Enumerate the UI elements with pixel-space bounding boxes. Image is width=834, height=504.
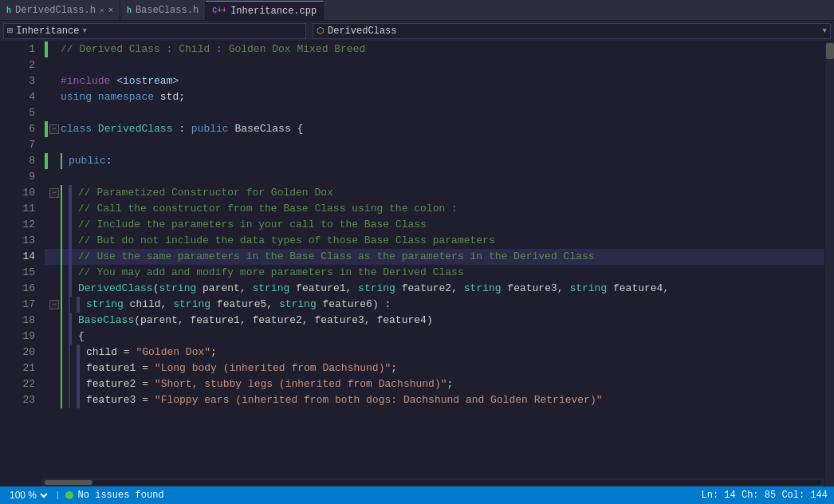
- line-number: 10: [14, 185, 41, 201]
- horizontal-scrollbar[interactable]: [41, 477, 824, 486]
- token-default: {: [78, 329, 85, 345]
- token-default: (parent, feature1, feature2, feature3, f…: [134, 313, 432, 329]
- line-num-2: 2: [14, 57, 41, 73]
- class-selector[interactable]: ⬡ DerivedClass ▼: [313, 23, 831, 39]
- token-default: feature2 =: [86, 376, 155, 392]
- code-line-10: −// Parametized Constructor for Golden D…: [45, 185, 824, 201]
- indent-bar-1: [69, 313, 72, 329]
- line-num-11: 11: [14, 201, 41, 217]
- scrollbar-thumb[interactable]: [45, 480, 92, 485]
- line-num-22: 22: [14, 376, 41, 392]
- indent-bar-0: [61, 153, 62, 169]
- status-bar: 100 % 75 % 125 % 150 % | No issues found…: [0, 486, 834, 504]
- code-area[interactable]: // Derived Class : Child : Golden Dox Mi…: [41, 41, 824, 477]
- token-comment: // Use the same parameters in the Base C…: [78, 249, 595, 265]
- token-typename: DerivedClass: [98, 121, 173, 137]
- editor-main: 1234567891011121314151617181920212223 //…: [0, 41, 834, 486]
- tab-base[interactable]: h BaseClass.h: [120, 1, 206, 20]
- token-teal: string: [569, 281, 607, 297]
- line-num-9: 9: [14, 169, 41, 185]
- line-number: 4: [14, 89, 41, 105]
- token-default: ;: [391, 360, 397, 376]
- scroll-thumb[interactable]: [826, 43, 834, 59]
- code-line-17: −string child, string feature5, string f…: [45, 297, 824, 313]
- code-line-5: [45, 105, 824, 121]
- green-bar: [45, 41, 48, 57]
- indent-bar-1: [69, 265, 72, 281]
- token-teal: string: [159, 281, 196, 297]
- collapse-button[interactable]: −: [49, 124, 59, 134]
- indent-bar-1: [69, 376, 70, 392]
- zoom-select[interactable]: 100 % 75 % 125 % 150 %: [6, 489, 50, 502]
- line-number: 14: [14, 249, 41, 265]
- line-num-16: 16: [14, 281, 41, 297]
- indent-bar-0: [61, 281, 62, 297]
- line-number: 2: [14, 57, 41, 73]
- code-line-21: feature1 = "Long body (inherited from Da…: [45, 360, 824, 376]
- line-number: 5: [14, 105, 41, 121]
- h-icon-base: h: [127, 6, 132, 15]
- line-number: 8: [14, 153, 41, 169]
- token-default: feature2,: [395, 281, 464, 297]
- tab-derived[interactable]: h DerivedClass.h ✕ ×: [0, 1, 120, 20]
- token-default: BaseClass {: [229, 121, 304, 137]
- token-keyword: public: [191, 121, 229, 137]
- token-default: feature5,: [210, 297, 279, 313]
- token-default: child =: [86, 345, 136, 360]
- line-num-21: 21: [14, 360, 41, 376]
- line-number: 15: [14, 265, 41, 281]
- collapse-button[interactable]: −: [49, 188, 59, 198]
- line-number: 20: [14, 345, 41, 360]
- token-default: feature6) :: [317, 297, 391, 313]
- line-num-20: 20: [14, 345, 41, 360]
- h-icon: h: [6, 6, 11, 15]
- indent-bar-2: [77, 345, 80, 360]
- line-num-8: 8: [14, 153, 41, 169]
- token-teal: string: [173, 297, 210, 313]
- token-string: "Long body (inherited from Dachshund)": [155, 360, 391, 376]
- token-keyword: using: [61, 89, 92, 105]
- line-number: 9: [14, 169, 41, 185]
- status-message: No issues found: [78, 490, 164, 501]
- code-line-14: // Use the same parameters in the Base C…: [45, 249, 824, 265]
- line-num-18: 18: [14, 313, 41, 329]
- code-line-16: DerivedClass(string parent, string featu…: [45, 281, 824, 297]
- indent-bar-1: [69, 233, 72, 249]
- collapse-button[interactable]: −: [49, 300, 59, 309]
- line-number: 17: [14, 297, 41, 313]
- indent-bar-2: [77, 376, 80, 392]
- indent-bar-0: [61, 185, 62, 201]
- code-line-18: BaseClass(parent, feature1, feature2, fe…: [45, 313, 824, 329]
- indent-bar-0: [61, 345, 62, 360]
- token-default: std;: [154, 89, 185, 105]
- tab-bar: h DerivedClass.h ✕ × h BaseClass.h C++ I…: [0, 0, 834, 21]
- code-line-8: public:: [45, 153, 824, 169]
- status-dot: [65, 491, 73, 499]
- tab-derived-label: DerivedClass.h: [15, 5, 96, 16]
- vertical-scrollbar[interactable]: [824, 41, 834, 486]
- token-default: :: [172, 121, 191, 137]
- line-number: 22: [14, 376, 41, 392]
- token-teal: string: [279, 297, 317, 313]
- line-num-10: 10: [14, 185, 41, 201]
- indent-bar-0: [61, 201, 62, 217]
- line-number: 11: [14, 201, 41, 217]
- token-default: ;: [210, 345, 217, 360]
- scope-selector[interactable]: ⊞ Inheritance ▼: [3, 23, 306, 39]
- token-default: feature1,: [289, 281, 358, 297]
- class-text: DerivedClass: [328, 26, 820, 37]
- indent-bar-1: [69, 217, 72, 233]
- token-include: <iostream>: [116, 73, 179, 89]
- line-number: 19: [14, 329, 41, 345]
- line-number: 21: [14, 360, 41, 376]
- scope-text: Inheritance: [16, 26, 79, 37]
- token-default: [92, 89, 98, 105]
- close-derived-icon[interactable]: ✕: [100, 6, 104, 15]
- tab-inheritance[interactable]: C++ Inheritance.cpp: [206, 1, 324, 20]
- line-num-19: 19: [14, 329, 41, 345]
- token-default: feature3,: [502, 281, 570, 297]
- code-line-3: #include <iostream>: [45, 73, 824, 89]
- separator-1: |: [55, 490, 61, 500]
- line-number: 18: [14, 313, 41, 329]
- token-default: (: [153, 281, 159, 297]
